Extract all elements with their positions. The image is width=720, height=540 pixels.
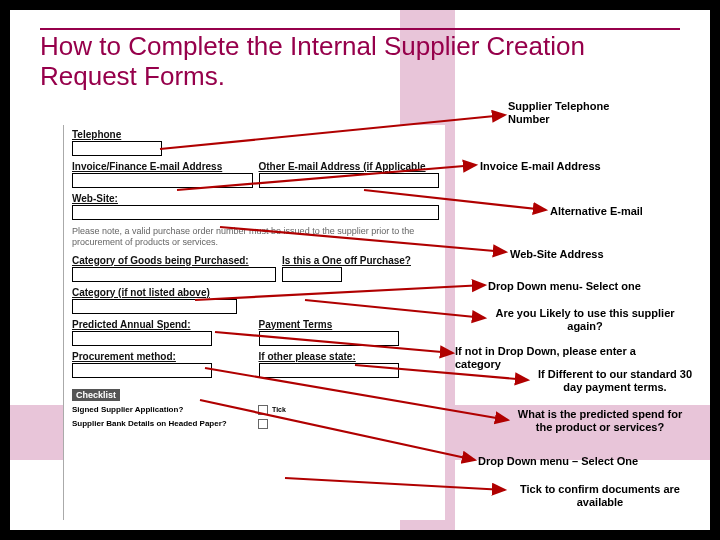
field-other-email[interactable] [259,173,440,188]
annot-website: Web-Site Address [510,248,604,261]
label-predicted-spend: Predicted Annual Spend: [72,319,253,330]
label-category-other: Category (if not listed above) [72,287,439,298]
field-category[interactable] [72,267,276,282]
annot-telephone: Supplier Telephone Number [508,100,648,125]
chk-box2[interactable] [258,419,268,429]
label-if-other: If other please state: [259,351,440,362]
form-panel: Telephone Invoice/Finance E-mail Address… [63,125,445,520]
field-website[interactable] [72,205,439,220]
label-telephone: Telephone [72,129,439,140]
label-website: Web-Site: [72,193,439,204]
annot-invoice: Invoice E-mail Address [480,160,601,173]
label-category: Category of Goods being Purchased: [72,255,276,266]
slide-stage: How to Complete the Internal Supplier Cr… [10,10,710,530]
chk-q2: Supplier Bank Details on Headed Paper? [72,419,252,428]
label-procurement: Procurement method: [72,351,253,362]
annot-dropdown2: Drop Down menu – Select One [478,455,638,468]
title-block: How to Complete the Internal Supplier Cr… [40,28,680,92]
page-title: How to Complete the Internal Supplier Cr… [40,32,680,92]
field-procurement[interactable] [72,363,212,378]
checklist-row: Signed Supplier Application? Tick [72,405,439,415]
annot-predicted: What is the predicted spend for the prod… [510,408,690,433]
title-rule [40,28,680,30]
field-if-other[interactable] [259,363,399,378]
checklist-row: Supplier Bank Details on Headed Paper? [72,419,439,429]
label-other-email: Other E-mail Address (if Applicable [259,161,440,172]
chk-box1[interactable] [258,405,268,415]
annot-tick: Tick to confirm documents are available [500,483,700,508]
field-invoice-email[interactable] [72,173,253,188]
annot-dropdown1: Drop Down menu- Select one [488,280,641,293]
annot-alt-email: Alternative E-mail [550,205,643,218]
field-predicted-spend[interactable] [72,331,212,346]
field-category-other[interactable] [72,299,237,314]
label-oneoff: Is this a One off Purchase? [282,255,439,266]
annot-likely: Are you Likely to use this supplier agai… [480,307,690,332]
field-oneoff[interactable] [282,267,342,282]
tick-label: Tick [272,406,286,413]
label-payment-terms: Payment Terms [259,319,440,330]
checklist-header: Checklist [72,389,120,401]
field-payment-terms[interactable] [259,331,399,346]
chk-q1: Signed Supplier Application? [72,405,252,414]
annot-notdd: If not in Drop Down, please enter a cate… [455,345,675,370]
annot-diff: If Different to our standard 30 day paym… [530,368,700,393]
note-text: Please note, a valid purchase order numb… [72,226,439,249]
label-invoice-email: Invoice/Finance E-mail Address [72,161,253,172]
field-telephone[interactable] [72,141,162,156]
